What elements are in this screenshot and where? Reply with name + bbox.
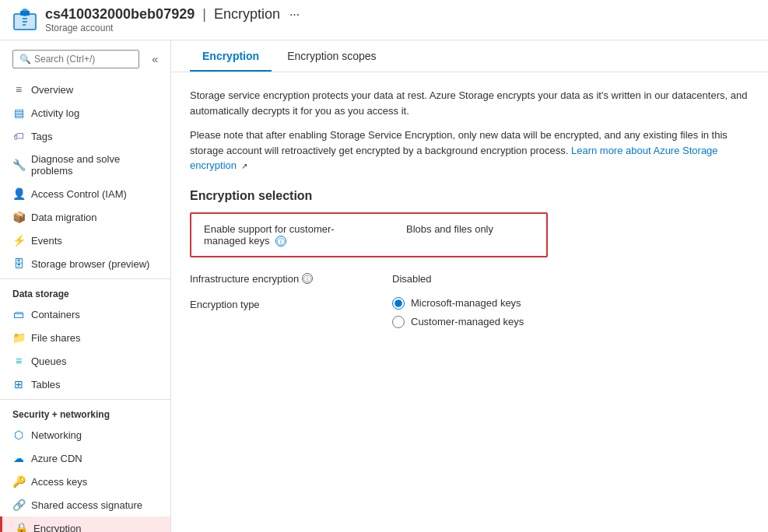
access-control-icon: 👤 [12,187,25,200]
tab-encryption[interactable]: Encryption [190,40,272,72]
sidebar-item-label: Access keys [31,476,87,488]
sidebar-item-queues[interactable]: ≡ Queues [0,349,170,373]
sidebar-item-label: Access Control (IAM) [31,188,127,200]
cmk-box: Enable support for customer-managed keys… [190,212,548,257]
sidebar-item-tables[interactable]: ⊞ Tables [0,373,170,396]
infra-encryption-row: Infrastructure encryption ⓘ Disabled [190,273,749,285]
search-input[interactable] [34,54,132,65]
description-1: Storage service encryption protects your… [190,88,749,118]
data-migration-icon: 📦 [12,211,25,223]
section-security: Security + networking [0,399,170,423]
sidebar-item-storage-browser[interactable]: 🗄 Storage browser (preview) [0,252,170,275]
sidebar-item-shared-access-signature[interactable]: 🔗 Shared access signature [0,493,170,516]
events-icon: ⚡ [12,234,25,247]
radio-customer-managed[interactable] [392,316,405,328]
sidebar-item-label: Overview [31,84,73,96]
sidebar-item-label: Encryption [33,523,81,533]
sidebar-item-data-migration[interactable]: 📦 Data migration [0,205,170,229]
encryption-icon: 🔒 [15,522,27,532]
infra-encryption-label: Infrastructure encryption ⓘ [190,273,392,285]
sidebar-item-overview[interactable]: ≡ Overview [0,78,170,101]
radio-customer-managed-label: Customer-managed keys [411,316,524,327]
encryption-selection-section: Encryption selection Enable support for … [190,189,749,328]
collapse-button[interactable]: « [149,50,161,68]
header-subtitle: Storage account [45,23,300,33]
radio-option-microsoft-managed[interactable]: Microsoft-managed keys [392,297,524,310]
main-content: Encryption Encryption scopes Storage ser… [171,40,768,532]
sidebar-item-file-shares[interactable]: 📁 File shares [0,326,170,349]
sidebar-item-activity-log[interactable]: ▤ Activity log [0,101,170,124]
description-2: Please note that after enabling Storage … [190,128,749,173]
header-ellipsis[interactable]: ··· [289,8,300,22]
header: cs410032000beb07929 | Encryption ··· Sto… [0,0,768,40]
sidebar-item-azure-cdn[interactable]: ☁ Azure CDN [0,446,170,470]
storage-browser-icon: 🗄 [12,257,25,270]
radio-microsoft-managed[interactable] [392,297,405,310]
header-separator: | [202,6,206,23]
header-text: cs410032000beb07929 | Encryption ··· Sto… [45,6,300,33]
access-keys-icon: 🔑 [12,475,25,488]
infra-encryption-label-text: Infrastructure encryption [190,273,299,285]
cmk-info-icon[interactable]: ⓘ [275,236,286,247]
sidebar-item-label: File shares [31,332,81,344]
sidebar-item-label: Azure CDN [31,453,82,464]
sidebar-item-label: Events [31,235,62,247]
svg-rect-3 [20,11,30,16]
sidebar-item-label: Data migration [31,212,97,223]
encryption-type-label: Encryption type [190,297,392,310]
tab-bar: Encryption Encryption scopes [171,40,768,72]
overview-icon: ≡ [12,83,25,96]
encryption-type-row: Encryption type Microsoft-managed keys C… [190,297,749,328]
sidebar-item-label: Networking [31,429,82,441]
containers-icon: 🗃 [12,308,25,320]
sidebar-item-networking[interactable]: ⬡ Networking [0,423,170,446]
sidebar-item-label: Tags [31,131,52,142]
shared-access-icon: 🔗 [12,499,25,511]
sidebar-item-label: Shared access signature [31,499,142,511]
radio-option-customer-managed[interactable]: Customer-managed keys [392,316,524,328]
diagnose-icon: 🔧 [12,159,25,171]
sidebar-item-access-control[interactable]: 👤 Access Control (IAM) [0,182,170,205]
infra-encryption-info-icon[interactable]: ⓘ [302,273,313,284]
tables-icon: ⊞ [12,378,25,390]
cmk-value: Blobs and files only [406,223,493,235]
tab-encryption-scopes[interactable]: Encryption scopes [275,40,388,72]
azure-cdn-icon: ☁ [12,452,25,464]
sidebar-item-label: Activity log [31,107,79,119]
sidebar-item-label: Queues [31,355,67,367]
page-title: Encryption [214,6,280,23]
section-title: Encryption selection [190,189,749,203]
networking-icon: ⬡ [12,429,25,441]
activity-log-icon: ▤ [12,107,25,119]
sidebar-item-label: Tables [31,379,61,390]
infra-encryption-value: Disabled [392,273,432,285]
sidebar: 🔍 « ≡ Overview ▤ Activity log 🏷 Tags 🔧 D… [0,40,171,532]
sidebar-item-diagnose[interactable]: 🔧 Diagnose and solve problems [0,148,170,182]
sidebar-item-events[interactable]: ⚡ Events [0,229,170,252]
sidebar-item-label: Storage browser (preview) [31,258,149,270]
resource-name: cs410032000beb07929 [45,6,195,23]
file-shares-icon: 📁 [12,331,25,344]
sidebar-item-containers[interactable]: 🗃 Containers [0,303,170,326]
encryption-type-options: Microsoft-managed keys Customer-managed … [392,297,524,328]
storage-account-icon [12,8,37,33]
queues-icon: ≡ [12,355,25,367]
search-box[interactable]: 🔍 [12,50,139,68]
sidebar-item-label: Diagnose and solve problems [31,153,161,177]
search-icon: 🔍 [19,54,31,65]
tags-icon: 🏷 [12,130,25,142]
section-data-storage: Data storage [0,278,170,303]
sidebar-item-encryption[interactable]: 🔒 Encryption [0,516,170,532]
radio-microsoft-managed-label: Microsoft-managed keys [411,297,521,309]
sidebar-item-label: Containers [31,309,80,320]
cmk-label: Enable support for customer-managed keys… [204,223,359,247]
cmk-label-text: Enable support for customer-managed keys [204,223,335,247]
external-link-icon: ↗ [241,162,247,170]
sidebar-item-access-keys[interactable]: 🔑 Access keys [0,470,170,493]
sidebar-item-tags[interactable]: 🏷 Tags [0,124,170,148]
content-area: Storage service encryption protects your… [171,72,768,356]
